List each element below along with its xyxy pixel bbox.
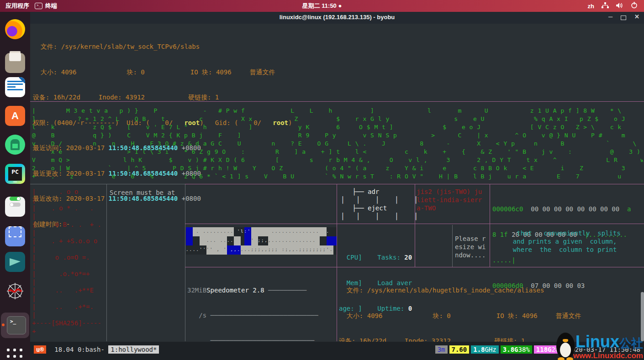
column-row: that conveniently splits [505, 230, 621, 238]
close-button[interactable]: ✕ [634, 13, 639, 20]
resize-message-pane: Please resize window.... [455, 235, 486, 260]
memory-badge: 3.8G38% [501, 345, 532, 354]
dock: A PC_ >_ [0, 12, 30, 360]
pane-border [337, 184, 337, 341]
matrix-row: 2 o | W ` | ^ 5 P D S j # r h ! W Y O Z … [32, 164, 643, 172]
pane-border [185, 184, 185, 341]
load-badge: 7.60 [449, 345, 470, 354]
terminal-icon: >_ [35, 3, 42, 9]
matrix-row: x e > 1 l \ 3 i * 6 Z g 9 O : R ] a + ] … [32, 148, 643, 156]
randomart-row: | . o * . . [32, 204, 101, 213]
pane-border [30, 101, 644, 102]
input-language-indicator[interactable]: zh [588, 3, 594, 10]
clock[interactable]: 星期二 11:50 ● [302, 2, 342, 10]
terminal-app-label: 终端 [45, 2, 57, 10]
window-tab-bash[interactable]: 0:bash- [78, 346, 108, 353]
ascii-image-pane: . ......... 'l:' .............. . ... ..… [186, 227, 337, 255]
matrix-row: V m Q > l h K $ v ) # K X D ( 6 [ s r b … [32, 156, 643, 164]
terminal-dock-icon[interactable]: >_ [1, 313, 29, 338]
android-studio-icon[interactable] [4, 134, 26, 156]
randomart-row: | .. .+**E [32, 287, 101, 295]
pycharm-icon[interactable]: PC_ [4, 163, 26, 185]
terminal-scrollbar[interactable] [641, 292, 644, 341]
screen-message-pane: Screen must be at [110, 189, 175, 196]
screenshot-tool-icon[interactable] [4, 222, 26, 244]
uptime-badge: 3m [435, 345, 448, 354]
image-art-row: . ......... 'l:' .............. . [186, 227, 337, 236]
cpu-freq-badge: 1.8GHz [471, 345, 499, 354]
statusbar-datetime: 2020-03-17 11:50:48 [567, 346, 640, 353]
randomart-row: | [32, 213, 101, 221]
matrix-rain-pane: | M 3 e t v a p ) } P - # P w f L L h ] … [32, 107, 643, 181]
randomart-row: | [32, 229, 101, 237]
randomart-row: +----[SHA256]----- [32, 319, 101, 328]
libreoffice-writer-icon[interactable] [4, 76, 26, 98]
randomart-row: | o B . . + . [32, 221, 101, 229]
network-icon[interactable] [602, 2, 609, 10]
nato-row: liett-india-sierr [417, 196, 482, 204]
byobu-status-bar: u® 18.04 0:bash- 1:hollywood* 3m 7.60 1.… [30, 342, 644, 360]
disk-badge: 118G28% [534, 345, 565, 354]
pane-border [106, 184, 107, 341]
volume-icon[interactable] [616, 2, 623, 10]
column-row: where the column to print [505, 246, 621, 254]
resize-row: ndow.... [455, 251, 486, 260]
matrix-row: l k z Q $ [ v ' E 7 L " h ] y K 6 O $ M … [32, 123, 643, 131]
matrix-row: @ B q } ) C V M 2 { K p B j F ] R 9 P y … [32, 131, 643, 140]
randomart-row: | . + +S.o.o o [32, 237, 101, 245]
package-box-icon[interactable] [4, 251, 26, 273]
firefox-icon[interactable] [4, 18, 26, 40]
web-tool-icon[interactable] [4, 280, 26, 302]
top-bar: 应用程序 >_ 终端 星期二 11:50 ● zh [0, 0, 644, 12]
ubuntu-software-icon[interactable]: A [4, 105, 26, 127]
image-art-row: ... .... ' ;;,,............. [186, 236, 337, 245]
randomart-row: | [32, 196, 101, 204]
matrix-row: v D / n n H F 3 Q # z & d a G C U n ? E … [32, 140, 643, 148]
ssh-randomart-pane: | . o o|| . o * . .|| o B . . + .|| . + … [32, 188, 101, 336]
column-text-pane: that conveniently splits and prints a gi… [505, 230, 621, 254]
randomart-row: | .o.*o*=+ [32, 270, 101, 278]
matrix-row: + . z e 6 % z Q 6 * ` < 1 ] s V B U ` % … [32, 172, 643, 181]
randomart-row: | [32, 245, 101, 254]
randomart-row: | [32, 311, 101, 319]
restore-button[interactable] [621, 16, 626, 20]
applications-menu[interactable]: 应用程序 [0, 2, 35, 10]
nato-row: a-TWO [417, 204, 482, 213]
terminal-app-menu[interactable]: >_ 终端 [35, 2, 57, 10]
tree-diagram-pane: ├── adr│ │ │ │ │ ├── eject│ │ │ │ │ [341, 188, 418, 221]
tree-row: ├── eject [341, 204, 418, 213]
window-title: linuxidc@linux (192.168.213.135) - byobu [30, 14, 644, 21]
tree-row: │ │ │ │ │ [341, 213, 418, 221]
minimize-button[interactable]: ─ [608, 13, 612, 20]
matrix-row: ] ? + 1 2 ^ L Q B t c X x Z $ r x G l y … [32, 115, 643, 123]
randomart-row: + [32, 328, 101, 336]
pane-border [452, 225, 453, 267]
running-indicator-dot [2, 323, 5, 326]
randomart-row: | [32, 278, 101, 287]
nato-alphabet-pane: jis2 (jis-TWO) juliett-india-sierra-TWO [417, 188, 482, 213]
randomart-row: | .. .+*=. [32, 303, 101, 311]
resize-row: esize wi [455, 243, 486, 251]
power-icon[interactable] [631, 2, 638, 10]
files-icon[interactable] [4, 47, 26, 69]
resize-row: Please r [455, 235, 486, 243]
tree-row: ├── adr [341, 188, 418, 196]
window-title-bar[interactable]: linuxidc@linux (192.168.213.135) - byobu… [30, 12, 644, 24]
ubuntu-logo-badge: u® [34, 345, 46, 354]
randomart-row: | [32, 295, 101, 303]
randomart-row: | o .o=O =. [32, 254, 101, 262]
settings-toggles-icon[interactable] [4, 193, 26, 214]
randomart-row: | . o o [32, 188, 101, 196]
pane-border [30, 184, 185, 184]
image-art-row: ....'''' , ' ,,....;;;,,;;; :;,,.;;;;;;;… [186, 245, 337, 255]
matrix-row: | M 3 e t v a p ) } P - # P w f L L h ] … [32, 107, 643, 115]
terminal-content: 文件: /sys/kernel/slab/tw_sock_TCPv6/slabs… [30, 24, 644, 360]
nato-row: jis2 (jis-TWO) ju [417, 188, 482, 196]
column-row: and prints a given column, [505, 238, 621, 246]
pane-border [490, 184, 490, 267]
release-label: 18.04 [51, 346, 78, 353]
app-grid-icon[interactable] [4, 346, 26, 360]
randomart-row: | [32, 262, 101, 270]
window-tab-hollywood[interactable]: 1:hollywood* [108, 345, 159, 354]
tree-row: │ │ │ │ │ [341, 196, 418, 204]
